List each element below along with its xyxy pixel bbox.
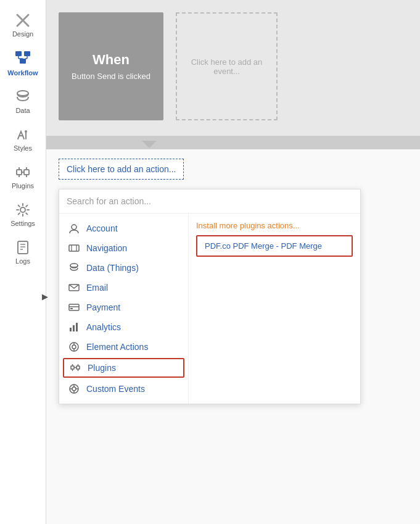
svg-point-19 — [20, 207, 25, 212]
install-link-text: Install more plugins actions... — [196, 221, 300, 230]
menu-item-account[interactable]: Account — [59, 218, 188, 238]
svg-rect-2 — [15, 51, 22, 56]
when-block[interactable]: When Button Send is clicked — [59, 12, 163, 120]
custom-events-icon — [68, 383, 80, 394]
dropdown-columns: Account Navigation — [59, 214, 360, 404]
divider-arrow — [142, 141, 157, 148]
main-content: When Button Send is clicked Click here t… — [46, 0, 420, 524]
sidebar-label-styles: Styles — [14, 144, 32, 152]
svg-point-37 — [72, 345, 76, 349]
sidebar-label-workflow: Workflow — [7, 69, 38, 77]
svg-point-24 — [72, 225, 76, 230]
sidebar-item-plugins[interactable]: Plugins — [0, 158, 46, 196]
plugin-item-pdf-merge[interactable]: PDF.co PDF Merge - PDF Merge — [196, 235, 353, 257]
workflow-icon — [14, 50, 31, 67]
canvas-area: When Button Send is clicked Click here t… — [46, 0, 420, 136]
menu-label-navigation: Navigation — [86, 243, 127, 253]
menu-item-email[interactable]: Email — [59, 278, 188, 297]
navigation-icon — [68, 243, 80, 254]
action-panel: Click here to add an action... — [46, 149, 420, 524]
search-input[interactable] — [67, 196, 353, 206]
svg-rect-40 — [71, 366, 74, 369]
svg-rect-35 — [76, 323, 78, 331]
logs-icon — [15, 239, 31, 256]
svg-rect-33 — [70, 328, 72, 331]
when-subtitle: Button Send is clicked — [65, 72, 157, 81]
svg-rect-13 — [24, 170, 29, 175]
sidebar-label-design: Design — [12, 30, 33, 38]
sidebar-item-styles[interactable]: Styles — [0, 120, 46, 158]
svg-point-28 — [70, 264, 78, 267]
data-icon — [15, 89, 31, 105]
svg-rect-41 — [76, 366, 80, 369]
when-title: When — [93, 52, 130, 68]
svg-point-48 — [72, 387, 76, 391]
svg-point-11 — [25, 130, 27, 133]
sidebar-item-design[interactable]: Design — [0, 6, 46, 44]
side-arrow: ▶ — [42, 292, 48, 301]
svg-rect-12 — [17, 170, 22, 175]
menu-item-plugins[interactable]: Plugins — [63, 358, 184, 378]
menu-item-navigation[interactable]: Navigation — [59, 238, 188, 258]
sidebar-label-data: Data — [15, 107, 30, 114]
sidebar-item-data[interactable]: Data — [0, 83, 46, 120]
plugins-menu-icon — [69, 362, 81, 373]
sidebar-item-workflow[interactable]: Workflow — [0, 44, 46, 83]
menu-label-payment: Payment — [86, 302, 120, 312]
svg-rect-32 — [70, 308, 73, 309]
menu-label-element-actions: Element Actions — [86, 342, 148, 352]
svg-rect-30 — [69, 304, 79, 310]
add-event-placeholder: Click here to add an event... — [177, 57, 276, 76]
left-column: Account Navigation — [59, 214, 189, 404]
menu-item-analytics[interactable]: Analytics — [59, 317, 188, 337]
sidebar-label-logs: Logs — [15, 257, 30, 265]
settings-icon — [15, 202, 31, 218]
email-icon — [68, 282, 80, 293]
menu-label-data: Data (Things) — [86, 263, 139, 273]
sidebar-label-plugins: Plugins — [12, 182, 34, 189]
dropdown-popup: Account Navigation — [59, 189, 361, 404]
add-action-link[interactable]: Click here to add an action... — [59, 159, 184, 180]
data-things-icon — [68, 262, 80, 273]
svg-point-9 — [17, 91, 28, 96]
add-action-text: Click here to add an action... — [67, 164, 176, 174]
menu-label-account: Account — [86, 223, 118, 233]
sidebar-item-logs[interactable]: Logs — [0, 233, 46, 271]
menu-label-analytics: Analytics — [86, 322, 121, 332]
sidebar: Design Workflow Data — [0, 0, 46, 524]
svg-rect-20 — [18, 241, 28, 254]
plugin-item-label: PDF.co PDF Merge - PDF Merge — [205, 241, 322, 251]
divider-bar — [46, 136, 420, 149]
plugins-icon — [15, 164, 31, 180]
svg-rect-34 — [73, 325, 75, 331]
account-icon — [68, 223, 80, 234]
menu-item-data[interactable]: Data (Things) — [59, 258, 188, 278]
payment-icon — [68, 302, 80, 313]
svg-rect-25 — [69, 245, 79, 251]
sidebar-item-settings[interactable]: Settings — [0, 196, 46, 233]
design-icon — [15, 12, 31, 28]
menu-label-plugins: Plugins — [88, 363, 116, 373]
element-actions-icon — [68, 341, 80, 352]
menu-item-payment[interactable]: Payment — [59, 297, 188, 317]
right-column: Install more plugins actions... PDF.co P… — [189, 214, 360, 404]
styles-icon — [15, 127, 31, 143]
menu-label-email: Email — [86, 283, 108, 293]
search-area — [59, 189, 360, 214]
svg-rect-3 — [24, 51, 30, 56]
add-event-block[interactable]: Click here to add an event... — [176, 12, 278, 120]
menu-item-custom-events[interactable]: Custom Events — [59, 379, 188, 399]
analytics-icon — [68, 322, 80, 333]
sidebar-label-settings: Settings — [10, 220, 35, 227]
svg-rect-4 — [20, 59, 26, 64]
install-plugins-link[interactable]: Install more plugins actions... — [196, 221, 353, 230]
menu-item-element-actions[interactable]: Element Actions — [59, 337, 188, 357]
menu-label-custom-events: Custom Events — [86, 384, 145, 394]
